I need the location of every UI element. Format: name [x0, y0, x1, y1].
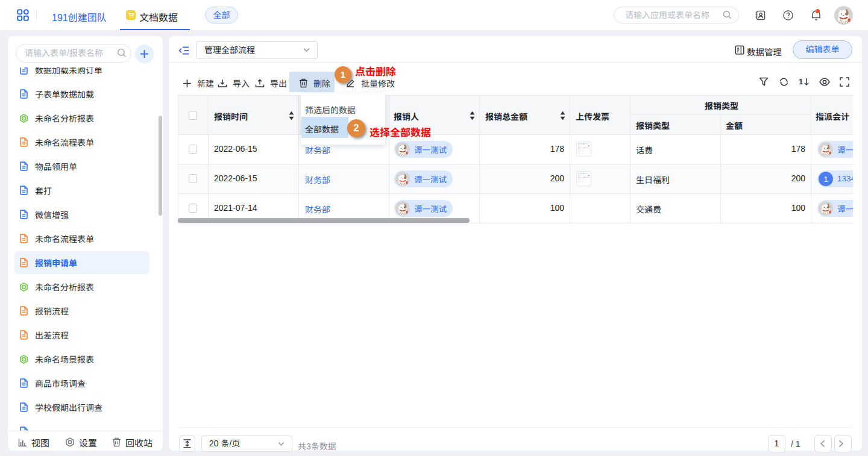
svg-text:1: 1: [823, 174, 828, 183]
